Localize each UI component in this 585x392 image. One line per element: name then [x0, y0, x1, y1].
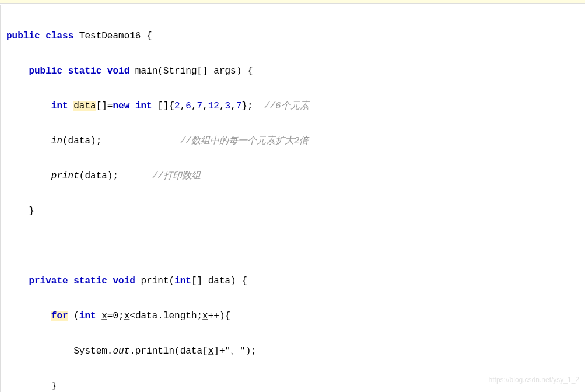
- keyword-int: int: [79, 311, 96, 321]
- keyword-static: static: [73, 276, 107, 286]
- keyword-class: class: [45, 31, 73, 41]
- text-cursor: [2, 2, 2, 12]
- comma: ,: [180, 101, 186, 111]
- code-text: ++){: [208, 311, 230, 321]
- var-x: x: [101, 311, 107, 321]
- code-text: .println(data[: [129, 346, 208, 356]
- keyword-int: int: [135, 101, 152, 111]
- keyword-private: private: [29, 276, 68, 286]
- comment: //6个元素: [264, 101, 309, 111]
- code-line: private static void print(int[] data) {: [6, 272, 583, 290]
- brace-close: }: [51, 381, 57, 391]
- field-out: out: [113, 346, 129, 356]
- space: [96, 311, 102, 321]
- editor-top-border: [0, 0, 585, 4]
- code-line: for (int x=0;x<data.length;x++){: [6, 307, 583, 325]
- number-literal: 12: [208, 101, 219, 111]
- var-x: x: [202, 311, 208, 321]
- method-signature: main(String[] args) {: [135, 66, 253, 76]
- number-literal: 3: [225, 101, 231, 111]
- keyword-public: public: [6, 31, 40, 41]
- semicolon: ;: [197, 311, 203, 321]
- class-name: TestDeamo16 {: [79, 31, 152, 41]
- method-call: print: [51, 171, 79, 181]
- comma: ,: [230, 101, 236, 111]
- code-text: System.: [73, 346, 113, 356]
- code-text: []{: [152, 101, 174, 111]
- keyword-int: int: [51, 101, 68, 111]
- var-x: x: [124, 311, 130, 321]
- keyword-public: public: [29, 66, 62, 76]
- code-line: int data[]=new int []{2,6,7,12,3,7}; //6…: [6, 97, 583, 115]
- comma: ,: [202, 101, 208, 111]
- keyword-void: void: [113, 276, 135, 286]
- code-line: System.out.println(data[x]+"、");: [6, 342, 583, 360]
- code-line: public class TestDeamo16 {: [6, 27, 583, 45]
- code-text: (data);: [62, 136, 101, 146]
- number-literal: 7: [236, 101, 242, 111]
- code-text: =0;: [107, 311, 124, 321]
- code-text: ]+"、");: [213, 346, 257, 356]
- number-literal: 6: [185, 101, 191, 111]
- code-editor[interactable]: public class TestDeamo16 { public static…: [0, 5, 585, 392]
- watermark-text: https://blog.csdn.net/ysy_1_2: [489, 371, 579, 388]
- code-line: public static void main(String[] args) {: [6, 62, 583, 80]
- code-line: print(data); //打印数组: [6, 167, 583, 185]
- number-literal: 2: [174, 101, 180, 111]
- code-text: [] data) {: [191, 276, 247, 286]
- keyword-int: int: [174, 276, 191, 286]
- comma: ,: [191, 101, 197, 111]
- method-name: print(: [141, 276, 174, 286]
- comma: ,: [219, 101, 225, 111]
- comment: //打印数组: [152, 171, 201, 181]
- code-text: };: [241, 101, 264, 111]
- blank-line: [6, 237, 583, 255]
- code-text: <data.: [129, 311, 163, 321]
- field-length: length: [163, 311, 197, 321]
- code-line: in(data); //数组中的每一个元素扩大2倍: [6, 132, 583, 150]
- code-line: }: [6, 202, 583, 220]
- code-text: (: [68, 311, 79, 321]
- highlighted-keyword-for: for: [51, 311, 68, 321]
- number-literal: 7: [197, 101, 203, 111]
- keyword-new: new: [113, 101, 129, 111]
- code-text: []=: [96, 101, 113, 111]
- highlighted-var: data: [73, 101, 96, 111]
- method-call: in: [51, 136, 62, 146]
- code-text: (data);: [79, 171, 118, 181]
- var-x: x: [208, 346, 214, 356]
- keyword-static: static: [68, 66, 102, 76]
- comment: //数组中的每一个元素扩大2倍: [180, 136, 309, 146]
- keyword-void: void: [107, 66, 129, 76]
- brace-close: }: [29, 206, 34, 216]
